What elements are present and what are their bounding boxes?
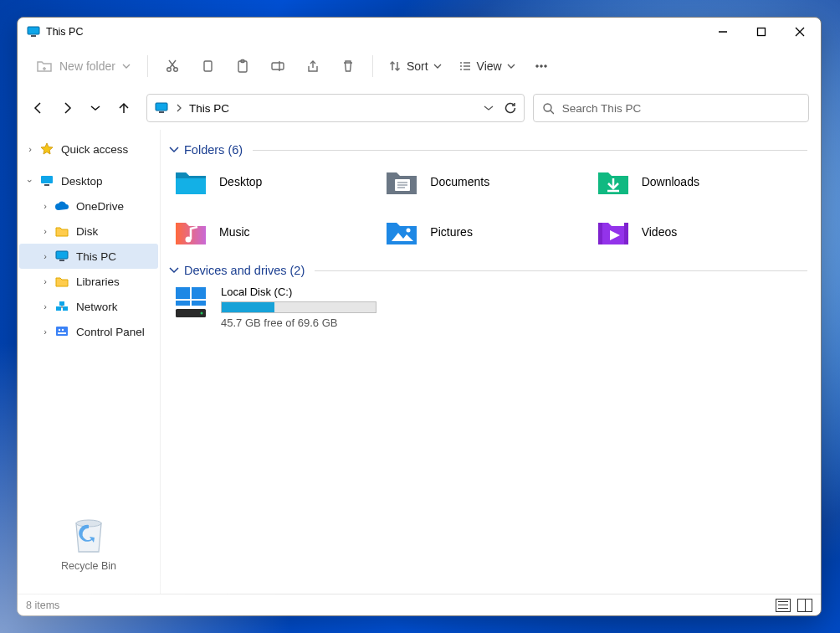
close-button[interactable]	[781, 18, 819, 45]
group-devices[interactable]: Devices and drives (2)	[169, 264, 807, 277]
address-history-icon[interactable]	[484, 105, 494, 111]
recycle-bin[interactable]: Recycle Bin	[19, 513, 158, 572]
view-button[interactable]: View	[452, 54, 522, 78]
paste-icon[interactable]	[227, 51, 259, 81]
pictures-folder-icon	[385, 215, 418, 249]
sidebar-item-onedrive[interactable]: › OneDrive	[19, 193, 158, 219]
forward-button[interactable]	[58, 99, 76, 117]
divider	[315, 270, 807, 271]
minimize-button[interactable]	[704, 18, 742, 45]
folder-music[interactable]: Music	[174, 215, 385, 249]
chevron-right-icon[interactable]: ›	[39, 251, 51, 261]
overflow-icon[interactable]	[525, 51, 557, 81]
refresh-icon[interactable]	[504, 101, 517, 115]
svg-rect-55	[192, 301, 206, 306]
delete-icon[interactable]	[332, 51, 364, 81]
rename-icon[interactable]	[262, 51, 294, 81]
new-folder-button[interactable]: New folder	[28, 54, 139, 79]
toolbar-separator	[372, 55, 373, 77]
svg-point-57	[201, 312, 203, 315]
address-bar[interactable]: This PC	[146, 94, 525, 122]
sort-label: Sort	[407, 59, 428, 73]
back-button[interactable]	[29, 99, 48, 117]
svg-point-8	[167, 67, 172, 71]
breadcrumb[interactable]: This PC	[189, 102, 229, 115]
chevron-down-icon[interactable]	[169, 146, 179, 154]
folder-downloads[interactable]: Downloads	[597, 165, 807, 198]
sidebar-item-desktop[interactable]: › Desktop	[19, 168, 158, 193]
star-icon	[39, 142, 54, 157]
sidebar-item-label: OneDrive	[76, 200, 124, 213]
view-label: View	[477, 59, 502, 73]
item-label: Documents	[430, 175, 489, 188]
cloud-icon	[54, 198, 69, 214]
svg-rect-32	[56, 251, 68, 259]
group-label: Folders (6)	[184, 143, 243, 157]
recycle-bin-label: Recycle Bin	[61, 560, 116, 572]
navigation-tree: › Quick access › Desktop › OneDrive › Di…	[18, 130, 160, 594]
sidebar-item-network[interactable]: › Network	[19, 294, 158, 319]
group-folders[interactable]: Folders (6)	[169, 143, 807, 157]
sidebar-item-this-pc[interactable]: › This PC	[19, 244, 158, 269]
chevron-right-icon[interactable]: ›	[39, 226, 51, 236]
svg-rect-53	[192, 287, 206, 299]
svg-rect-31	[44, 184, 49, 186]
group-label: Devices and drives (2)	[184, 264, 305, 277]
maximize-button[interactable]	[742, 18, 781, 45]
folder-videos[interactable]: Videos	[597, 215, 807, 249]
chevron-right-icon[interactable]: ›	[39, 301, 51, 311]
chevron-down-icon[interactable]: ›	[25, 175, 35, 187]
up-button[interactable]	[115, 99, 133, 117]
libraries-icon	[54, 274, 69, 289]
search-input[interactable]	[562, 102, 800, 115]
control-panel-icon	[54, 324, 69, 339]
chevron-right-icon[interactable]: ›	[24, 144, 36, 154]
status-item-count: 8 items	[26, 600, 59, 611]
svg-rect-33	[59, 260, 64, 261]
thumbnails-view-icon[interactable]	[797, 599, 812, 612]
svg-rect-3	[758, 28, 766, 36]
nav-bar: This PC	[18, 86, 821, 130]
svg-line-29	[551, 111, 554, 114]
folder-desktop[interactable]: Desktop	[174, 165, 385, 198]
sidebar-item-disk[interactable]: › Disk	[19, 219, 158, 244]
sidebar-item-label: This PC	[76, 250, 116, 263]
details-view-icon[interactable]	[776, 599, 791, 612]
sidebar-item-control-panel[interactable]: › Control Panel	[19, 319, 158, 344]
cut-icon[interactable]	[156, 51, 188, 81]
recycle-bin-icon	[67, 513, 110, 557]
folder-pictures[interactable]: Pictures	[385, 215, 596, 249]
title-bar[interactable]: This PC	[18, 18, 821, 46]
chevron-right-icon[interactable]: ›	[39, 327, 51, 337]
svg-point-42	[76, 520, 101, 527]
recent-button[interactable]	[86, 99, 105, 117]
sort-button[interactable]: Sort	[382, 54, 448, 78]
item-label: Videos	[642, 225, 678, 239]
content-area[interactable]: Folders (6) Desktop Documents Downloads	[160, 130, 821, 594]
drive-icon	[174, 286, 209, 319]
chevron-down-icon[interactable]	[169, 266, 179, 275]
copy-icon[interactable]	[192, 51, 223, 81]
drive-c[interactable]: Local Disk (C:) 45.7 GB free of 69.6 GB	[174, 286, 807, 329]
svg-rect-54	[176, 301, 190, 306]
search-box[interactable]	[533, 94, 809, 122]
svg-rect-52	[176, 287, 190, 299]
explorer-window: This PC New folder Sort View	[17, 17, 822, 616]
toolbar-separator	[147, 55, 148, 77]
sidebar-item-label: Control Panel	[76, 326, 145, 338]
sidebar-item-quick-access[interactable]: › Quick access	[19, 136, 158, 162]
chevron-right-icon[interactable]: ›	[39, 276, 51, 286]
chevron-right-icon[interactable]: ›	[39, 201, 51, 211]
drive-free-text: 45.7 GB free of 69.6 GB	[221, 316, 376, 329]
share-icon[interactable]	[297, 51, 329, 81]
svg-rect-35	[63, 306, 68, 311]
window-title: This PC	[46, 26, 83, 38]
svg-rect-38	[56, 327, 68, 336]
item-label: Music	[219, 225, 250, 239]
this-pc-icon	[54, 249, 69, 264]
folder-documents[interactable]: Documents	[385, 165, 596, 198]
item-label: Pictures	[430, 225, 473, 239]
svg-rect-36	[59, 301, 64, 306]
sidebar-item-libraries[interactable]: › Libraries	[19, 269, 158, 294]
documents-folder-icon	[385, 165, 418, 198]
